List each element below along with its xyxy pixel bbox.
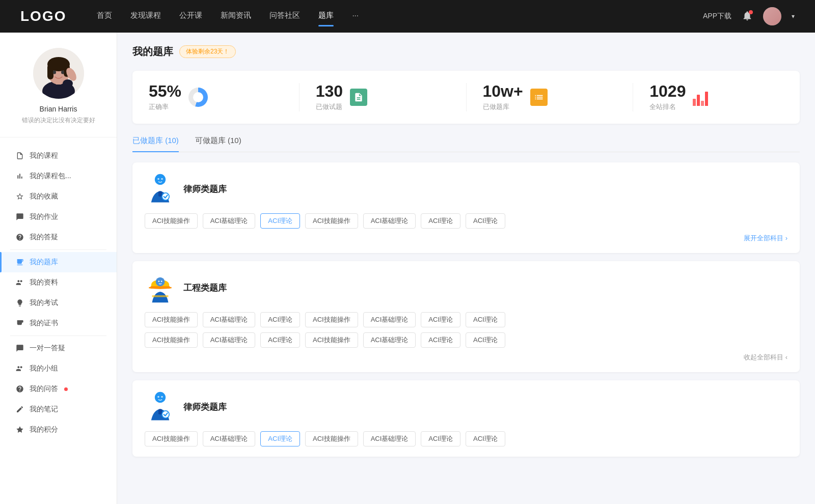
done-questions-label: 已做试题 (316, 102, 343, 111)
sidebar-avatar[interactable] (33, 48, 84, 99)
svg-point-25 (161, 396, 163, 398)
bank-card-lawyer2-header: 律师类题库 (145, 390, 787, 423)
svg-point-20 (160, 281, 162, 282)
done-questions-number: 130 (316, 83, 343, 99)
tag-lawyer2-6[interactable]: ACI理论 (421, 431, 460, 446)
tag-lawyer1-2[interactable]: ACI基础理论 (203, 213, 256, 229)
tag-lawyer1-3[interactable]: ACI理论 (260, 213, 300, 229)
sidebar-item-homework-label: 我的作业 (30, 212, 58, 221)
sidebar-item-favorites-label: 我的收藏 (30, 192, 58, 201)
certificate-icon (15, 319, 24, 328)
sidebar-item-bank[interactable]: 我的题库 (0, 252, 117, 272)
user-profile: Brian Harris 错误的决定比没有决定要好 (0, 48, 117, 137)
divider-1 (10, 249, 106, 250)
rank-number: 1029 (649, 83, 686, 99)
sidebar-item-homework[interactable]: 我的作业 (0, 207, 117, 227)
bank-card-lawyer2: 律师类题库 ACI技能操作 ACI基础理论 ACI理论 ACI技能操作 ACI基… (132, 380, 800, 457)
tag-lawyer2-5[interactable]: ACI基础理论 (363, 431, 416, 446)
user-menu-caret[interactable]: ▾ (792, 13, 795, 20)
notes-icon (15, 405, 24, 414)
tag-eng2-6[interactable]: ACI理论 (421, 332, 460, 348)
tag-lawyer1-6[interactable]: ACI理论 (421, 213, 460, 229)
rank-label: 全站排名 (649, 102, 686, 111)
page-title: 我的题库 (132, 45, 173, 59)
sidebar-item-course-package[interactable]: 我的课程包... (0, 166, 117, 186)
nav-courses[interactable]: 发现课程 (130, 11, 161, 22)
tag-eng2-4[interactable]: ACI技能操作 (305, 332, 358, 348)
my-courses-icon (15, 151, 24, 160)
tag-lawyer1-7[interactable]: ACI理论 (466, 213, 505, 229)
nav-open[interactable]: 公开课 (179, 11, 202, 22)
stat-rank: 1029 全站排名 (633, 83, 800, 111)
tab-available[interactable]: 可做题库 (10) (195, 136, 241, 152)
tag-eng1-6[interactable]: ACI理论 (421, 312, 460, 327)
sidebar-item-exam[interactable]: 我的考试 (0, 293, 117, 313)
tag-lawyer1-5[interactable]: ACI基础理论 (363, 213, 416, 229)
course-package-icon (15, 172, 24, 181)
sidebar-item-my-courses[interactable]: 我的课程 (0, 146, 117, 166)
accuracy-number: 55% (149, 83, 181, 99)
tag-lawyer1-4[interactable]: ACI技能操作 (305, 213, 358, 229)
expand-lawyer1-button[interactable]: 展开全部科目 (744, 234, 787, 243)
avatar-illustration (33, 48, 84, 99)
tag-lawyer1-1[interactable]: ACI技能操作 (145, 213, 198, 229)
tag-lawyer2-2[interactable]: ACI基础理论 (203, 431, 256, 446)
collapse-engineer1-button[interactable]: 收起全部科目 (744, 353, 787, 362)
svg-rect-12 (158, 191, 161, 197)
accuracy-icon (188, 88, 208, 107)
bank-card-engineer1-tags-row1: ACI技能操作 ACI基础理论 ACI理论 ACI技能操作 ACI基础理论 AC… (145, 312, 787, 327)
tag-eng1-4[interactable]: ACI技能操作 (305, 312, 358, 327)
nav-home[interactable]: 首页 (97, 11, 112, 22)
divider-2 (10, 335, 106, 336)
tag-lawyer2-4[interactable]: ACI技能操作 (305, 431, 358, 446)
sidebar-item-my-courses-label: 我的课程 (30, 151, 58, 160)
sidebar-item-notes[interactable]: 我的笔记 (0, 399, 117, 419)
sidebar-item-my-qa[interactable]: 我的问答 (0, 379, 117, 399)
tag-lawyer2-7[interactable]: ACI理论 (466, 431, 505, 446)
svg-point-8 (61, 71, 64, 74)
bank-card-engineer1-header: 工程类题库 (145, 271, 787, 304)
sidebar-item-favorites[interactable]: 我的收藏 (0, 186, 117, 207)
sidebar-item-points[interactable]: 我的积分 (0, 419, 117, 440)
tab-done[interactable]: 已做题库 (10) (132, 136, 179, 152)
tag-eng2-3[interactable]: ACI理论 (260, 332, 300, 348)
sidebar-item-certificate[interactable]: 我的证书 (0, 313, 117, 333)
bank-tabs: 已做题库 (10) 可做题库 (10) (132, 136, 800, 152)
tag-eng2-1[interactable]: ACI技能操作 (145, 332, 198, 348)
app-download-button[interactable]: APP下载 (703, 12, 731, 21)
sidebar-item-my-qa-label: 我的问答 (30, 384, 58, 394)
tag-eng1-1[interactable]: ACI技能操作 (145, 312, 198, 327)
page-wrapper: Brian Harris 错误的决定比没有决定要好 我的课程 我的课程包... (0, 33, 815, 504)
nav-more[interactable]: ··· (352, 11, 359, 22)
sidebar-item-questions[interactable]: 我的答疑 (0, 227, 117, 247)
sidebar-item-profile[interactable]: 我的资料 (0, 272, 117, 293)
svg-rect-5 (47, 64, 53, 79)
tag-eng2-5[interactable]: ACI基础理论 (363, 332, 416, 348)
tag-eng2-2[interactable]: ACI基础理论 (203, 332, 256, 348)
tag-lawyer2-1[interactable]: ACI技能操作 (145, 431, 198, 446)
user-avatar[interactable] (763, 7, 781, 25)
tag-eng1-7[interactable]: ACI理论 (466, 312, 505, 327)
svg-point-7 (53, 71, 56, 74)
logo[interactable]: LOGO (20, 8, 66, 24)
bank-card-lawyer2-tags: ACI技能操作 ACI基础理论 ACI理论 ACI技能操作 ACI基础理论 AC… (145, 431, 787, 446)
notification-bell[interactable] (742, 10, 753, 23)
stat-accuracy: 55% 正确率 (132, 83, 300, 111)
profile-icon (15, 278, 24, 287)
nav-bank[interactable]: 题库 (318, 11, 334, 22)
sidebar-item-bank-label: 我的题库 (30, 258, 58, 267)
sidebar-item-one-on-one[interactable]: 一对一答疑 (0, 338, 117, 358)
tag-eng1-5[interactable]: ACI基础理论 (363, 312, 416, 327)
tag-eng1-2[interactable]: ACI基础理论 (203, 312, 256, 327)
tag-lawyer2-3[interactable]: ACI理论 (260, 431, 300, 446)
qa-notification-dot (64, 387, 68, 391)
tag-eng1-3[interactable]: ACI理论 (260, 312, 300, 327)
nav-qa[interactable]: 问答社区 (269, 11, 300, 22)
bank-card-engineer1: 工程类题库 ACI技能操作 ACI基础理论 ACI理论 ACI技能操作 ACI基… (132, 261, 800, 372)
sidebar-item-group[interactable]: 我的小组 (0, 358, 117, 379)
tag-eng2-7[interactable]: ACI理论 (466, 332, 505, 348)
sidebar-item-one-on-one-label: 一对一答疑 (30, 344, 65, 353)
bank-card-lawyer2-title: 律师类题库 (183, 401, 227, 413)
engineer1-icon (145, 271, 175, 304)
nav-news[interactable]: 新闻资讯 (221, 11, 251, 22)
